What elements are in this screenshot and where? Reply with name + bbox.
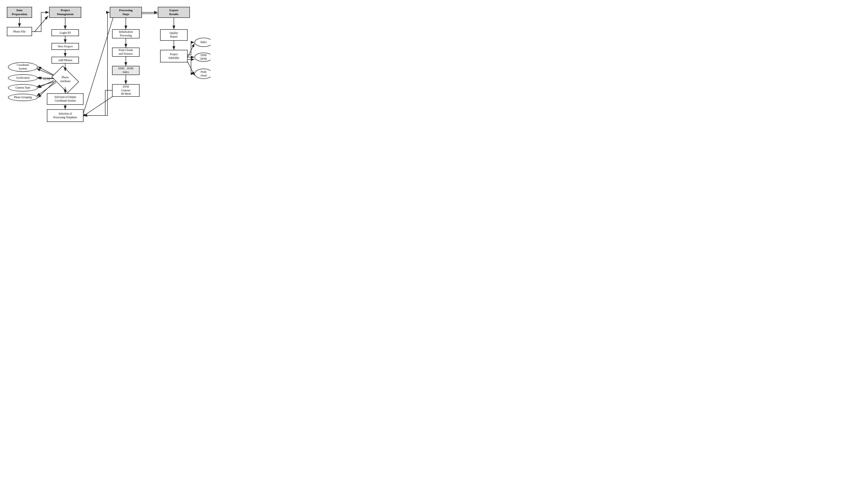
photo-grouping-oval: Photo Grouping [8,94,38,101]
flowchart: Data Preparation Photo File Project Mana… [4,4,206,133]
select-coord-label: Selection of Output Coordinate System [54,95,76,103]
quality-report-box: Quality Report [160,29,187,41]
svg-line-17 [187,43,195,57]
svg-line-22 [37,81,56,87]
photo-attribute-diamond: Photo Attribute [54,71,77,87]
select-coord-box: Selection of Output Coordinate System [47,93,84,105]
processing-steps-label: Processing Steps [119,8,133,16]
new-project-box: New Project [52,43,79,50]
login-id-label: Login ID [60,31,71,35]
init-processing-box: Initialization Processing [112,29,140,38]
login-id-box: Login ID [52,29,79,36]
coord-system-label: Coordinate System [17,64,29,70]
dsm-dom-oval: DSM DOM [195,53,211,62]
select-template-label: Selection of Processing Templates [53,112,77,119]
svg-line-2 [34,16,48,32]
init-processing-label: Initialization Processing [119,30,133,37]
data-preparation-box: Data Preparation [7,7,32,18]
export-results-box: Export Results [158,7,190,18]
dsm-dom-index-label: DSM、DOM Index [118,67,133,74]
project-management-label: Project Management [57,8,74,16]
project-subfolder-box: Project Subfolder [160,50,187,62]
svg-line-9 [82,14,114,116]
svg-line-42 [38,80,54,88]
point-cloud-label: Point cloud [201,70,207,77]
select-template-box: Selection of Processing Templates [47,109,84,122]
export-results-label: Export Results [169,8,178,16]
add-photos-label: Add Photos [58,58,72,62]
svg-line-24 [82,94,117,116]
geolocation-oval: Geolocation [8,74,38,82]
point-cloud-oval: Point cloud [195,69,211,79]
setup-label: Set Up [43,78,50,80]
coord-system-oval: Coordinate System [8,62,38,72]
svg-line-40 [38,67,54,75]
quality-report-label: Quality Report [170,31,178,38]
geolocation-label: Geolocation [16,76,30,80]
photo-attribute-label: Photo Attribute [60,75,71,83]
add-photos-box: Add Photos [52,57,79,64]
dsm-dom-index-box: DSM、DOM Index [112,66,140,75]
camera-type-label: Camera Type [16,86,30,90]
project-management-box: Project Management [49,7,81,18]
photo-file-label: Photo File [13,30,25,34]
dsm-dom-label: DSM DOM [200,54,207,60]
dtm-contour-box: DTM Contour 3D Mesh [112,84,140,97]
index-label: Index [200,40,207,44]
dtm-contour-label: DTM Contour 3D Mesh [121,85,131,96]
index-oval: Index [195,38,211,47]
new-project-label: New Project [58,44,73,49]
camera-type-oval: Camera Type [8,84,38,91]
processing-steps-box: Processing Steps [110,7,142,18]
project-subfolder-label: Project Subfolder [168,53,179,60]
point-clouds-label: Point Clouds and Textures [119,49,133,56]
data-preparation-label: Data Preparation [12,8,27,16]
photo-file-box: Photo File [7,27,32,36]
photo-grouping-label: Photo Grouping [14,95,32,99]
point-clouds-box: Point Clouds and Textures [112,48,140,57]
svg-line-19 [187,62,195,75]
